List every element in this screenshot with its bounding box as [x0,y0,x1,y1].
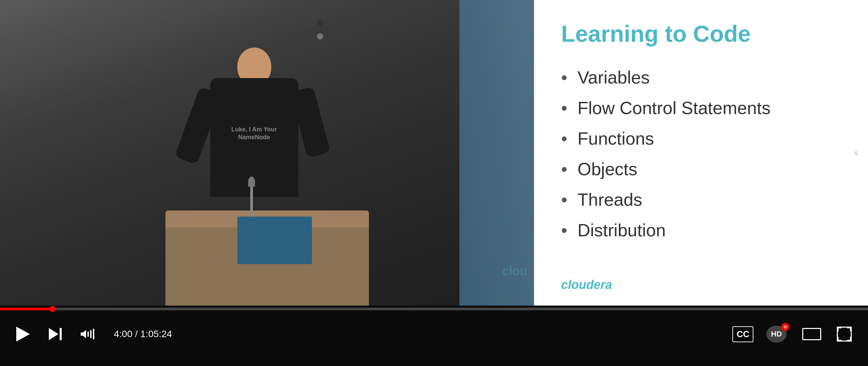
time-separator: / [135,329,140,339]
microphone [250,183,253,217]
skip-triangle [49,328,58,340]
skip-bar [60,328,62,340]
slide-bullet-variables: Variables [561,67,841,88]
controls-right: CC HD ⚙ [732,323,854,345]
slide-indicators [317,20,323,39]
cc-label: CC [736,329,749,340]
laptop-screen [237,217,312,264]
slide-bullet-functions: Functions [561,128,841,149]
vol-wave-3 [93,329,94,340]
slide-title: Learning to Code [561,20,841,47]
cloudera-logo: cloudera [561,278,612,292]
volume-waves [87,329,94,340]
speaker-panel: clou Luke, I Am Your NameNode [0,0,534,306]
slide-bullet-threads: Threads [561,189,841,210]
slide-footer: cloudera [561,278,612,292]
volume-button[interactable] [78,326,97,342]
slide-bullet-objects: Objects [561,159,841,179]
mic-head [248,177,255,187]
speaker-shirt-text: Luke, I Am Your NameNode [224,126,285,142]
controls-bottom: 4:00 / 1:05:24 CC HD ⚙ [0,310,868,358]
theater-icon [802,328,821,340]
hd-label: HD [771,330,782,338]
fullscreen-button[interactable] [834,324,854,344]
vol-wave-2 [90,330,92,338]
play-icon [16,327,30,342]
slide-dot-2 [317,33,323,39]
podium [165,211,369,306]
fullscreen-icon [837,327,852,342]
progress-bar[interactable] [0,308,868,310]
controls-bar: 4:00 / 1:05:24 CC HD ⚙ [0,306,868,366]
video-container: clou Luke, I Am Your NameNode [0,0,868,306]
cc-button[interactable]: CC [732,326,753,342]
time-display: 4:00 / 1:05:24 [114,329,172,340]
hd-gear-icon: ⚙ [781,323,789,331]
progress-played [0,308,53,310]
play-button[interactable] [14,324,33,344]
fs-corner-tl [837,327,842,331]
fs-corner-br [847,337,852,342]
hd-badge: HD ⚙ [766,326,787,343]
projection-screen: clou [459,0,534,306]
slide-bullet-flow: Flow Control Statements [561,98,841,118]
total-time: 1:05:24 [140,329,172,339]
slide-panel: Learning to Code Variables Flow Control … [534,0,868,306]
current-time: 4:00 [114,329,133,339]
volume-speaker [81,330,86,338]
slide-bullet-list: Variables Flow Control Statements Functi… [561,67,841,240]
laptop [237,217,312,264]
fs-corner-tr [847,327,852,331]
fs-corner-bl [837,337,842,342]
slide-corner: s [854,149,858,157]
skip-icon [49,328,62,340]
volume-icon [81,329,94,340]
settings-hd-button[interactable]: HD ⚙ [764,323,789,345]
progress-dot [50,306,56,312]
slide-dot-1 [317,20,323,26]
speaker-figure: Luke, I Am Your NameNode [190,48,319,238]
vol-wave-1 [87,331,89,337]
projection-text: clou [502,264,527,278]
theater-button[interactable] [800,325,824,343]
slide-bullet-distribution: Distribution [561,220,841,240]
skip-button[interactable] [46,325,64,343]
